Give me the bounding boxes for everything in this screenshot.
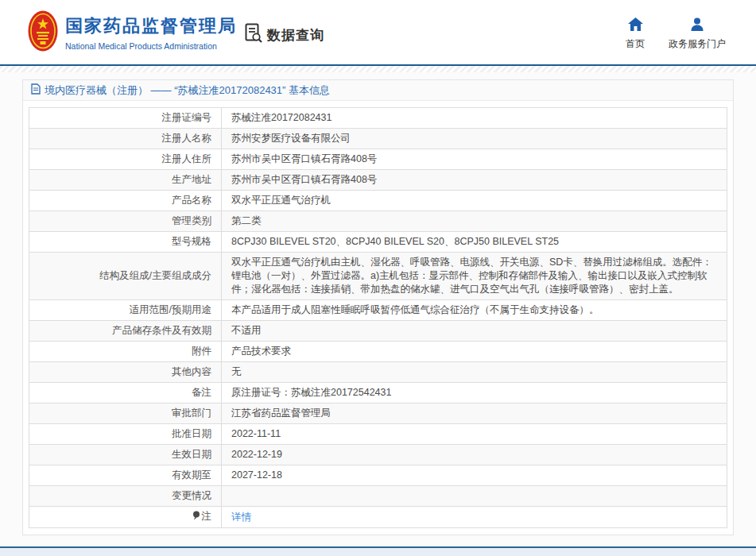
row-value: 2022-12-19 [222, 445, 727, 465]
row-label: 生产地址 [29, 170, 222, 191]
nav-label-gov-portal: 政务服务门户 [669, 37, 726, 51]
top-nav: 首页 政务服务门户 [626, 17, 726, 51]
org-name-en: National Medical Products Administration [65, 41, 237, 51]
row-value: 第二类 [222, 211, 727, 232]
nav-label-home: 首页 [626, 37, 645, 51]
row-value: 双水平正压通气治疗机 [222, 191, 727, 211]
table-row: 适用范围/预期用途本产品适用于成人阻塞性睡眠呼吸暂停低通气综合征治疗（不属于生命… [29, 300, 727, 321]
row-label: 注册人住所 [29, 149, 222, 170]
table-row: 管理类别第二类 [29, 211, 727, 232]
row-label: 管理类别 [29, 211, 222, 232]
row-label: 生效日期 [29, 445, 222, 465]
registration-info-card: 境内医疗器械（注册） —— “苏械注准20172082431” 基本信息 注册证… [22, 79, 734, 535]
table-row: 产品名称双水平正压通气治疗机 [29, 191, 727, 211]
detail-link[interactable]: 详情 [231, 512, 251, 523]
row-label: 批准日期 [29, 424, 222, 445]
table-row: 注册证编号苏械注准20172082431 [29, 108, 727, 129]
table-row: 审批部门江苏省药品监督管理局 [29, 403, 727, 424]
row-label: 适用范围/预期用途 [29, 300, 222, 321]
page-title: 境内医疗器械（注册） —— “苏械注准20172082431” 基本信息 [45, 83, 330, 98]
row-value [222, 486, 727, 507]
row-label: 备注 [29, 383, 222, 403]
row-value: 苏械注准20172082431 [222, 108, 727, 129]
table-row: 型号规格8CPJ30 BILEVEL ST20、8CPJ40 BILEVEL S… [29, 232, 727, 253]
row-value: 8CPJ30 BILEVEL ST20、8CPJ40 BILEVEL S20、8… [222, 232, 727, 253]
table-row: 产品储存条件及有效期不适用 [29, 321, 727, 342]
table-row: 注册人名称苏州安梦医疗设备有限公司 [29, 129, 727, 149]
document-search-icon [245, 23, 263, 47]
table-row: 结构及组成/主要组成成分双水平正压通气治疗机由主机、湿化器、呼吸管路、电源线、开… [29, 253, 727, 300]
nav-item-home[interactable]: 首页 [626, 17, 645, 51]
org-title-block: 国家药品监督管理局 National Medical Products Admi… [65, 14, 237, 51]
row-value: 产品技术要求 [222, 342, 727, 362]
info-table: 注册证编号苏械注准20172082431注册人名称苏州安梦医疗设备有限公司注册人… [29, 107, 727, 528]
row-value: 详情 [222, 507, 727, 528]
row-label: 注 [29, 507, 222, 528]
card-titlebar: 境内医疗器械（注册） —— “苏械注准20172082431” 基本信息 [23, 80, 733, 101]
row-label: 其他内容 [29, 362, 222, 383]
table-row: 生效日期2022-12-19 [29, 445, 727, 465]
table-row: 生产地址苏州市吴中区胥口镇石胥路408号 [29, 170, 727, 191]
site-footer [0, 546, 756, 556]
org-name-cn: 国家药品监督管理局 [65, 14, 237, 38]
site-header: 国家药品监督管理局 National Medical Products Admi… [0, 0, 756, 64]
table-row: 有效期至2027-12-18 [29, 465, 727, 486]
user-icon [690, 17, 704, 34]
table-row: 注册人住所苏州市吴中区胥口镇石胥路408号 [29, 149, 727, 170]
row-value: 2027-12-18 [222, 465, 727, 486]
row-label: 附件 [29, 342, 222, 362]
data-query-title: 数据查询 [267, 26, 324, 44]
info-table-body: 注册证编号苏械注准20172082431注册人名称苏州安梦医疗设备有限公司注册人… [29, 108, 727, 528]
home-icon [628, 17, 643, 34]
table-row: 变更情况 [29, 486, 727, 507]
row-label: 有效期至 [29, 465, 222, 486]
table-row: 备注原注册证号：苏械注准20172542431 [29, 383, 727, 403]
row-value: 苏州市吴中区胥口镇石胥路408号 [222, 170, 727, 191]
table-row: 批准日期2022-11-11 [29, 424, 727, 445]
row-value: 苏州市吴中区胥口镇石胥路408号 [222, 149, 727, 170]
row-value: 苏州安梦医疗设备有限公司 [222, 129, 727, 149]
row-label: 产品储存条件及有效期 [29, 321, 222, 342]
row-value: 江苏省药品监督管理局 [222, 403, 727, 424]
table-row: 其他内容无 [29, 362, 727, 383]
data-query-section: 数据查询 [245, 23, 324, 47]
row-value: 双水平正压通气治疗机由主机、湿化器、呼吸管路、电源线、开关电源、SD卡、替换用过… [222, 253, 727, 300]
header-hatch-strip [0, 66, 756, 72]
row-value: 2022-11-11 [222, 424, 727, 445]
row-value: 无 [222, 362, 727, 383]
row-label: 审批部门 [29, 403, 222, 424]
row-label: 产品名称 [29, 191, 222, 211]
row-label: 型号规格 [29, 232, 222, 253]
row-label: 结构及组成/主要组成成分 [29, 253, 222, 300]
nav-item-gov-portal[interactable]: 政务服务门户 [669, 17, 726, 51]
row-label: 注册证编号 [29, 108, 222, 129]
note-pin-icon [192, 511, 200, 524]
table-row: 注详情 [29, 507, 727, 528]
row-value: 本产品适用于成人阻塞性睡眠呼吸暂停低通气综合征治疗（不属于生命支持设备）。 [222, 300, 727, 321]
national-emblem-logo [28, 10, 58, 55]
row-label: 注册人名称 [29, 129, 222, 149]
document-icon [31, 83, 41, 98]
row-value: 原注册证号：苏械注准20172542431 [222, 383, 727, 403]
row-label: 变更情况 [29, 486, 222, 507]
table-row: 附件产品技术要求 [29, 342, 727, 362]
row-value: 不适用 [222, 321, 727, 342]
